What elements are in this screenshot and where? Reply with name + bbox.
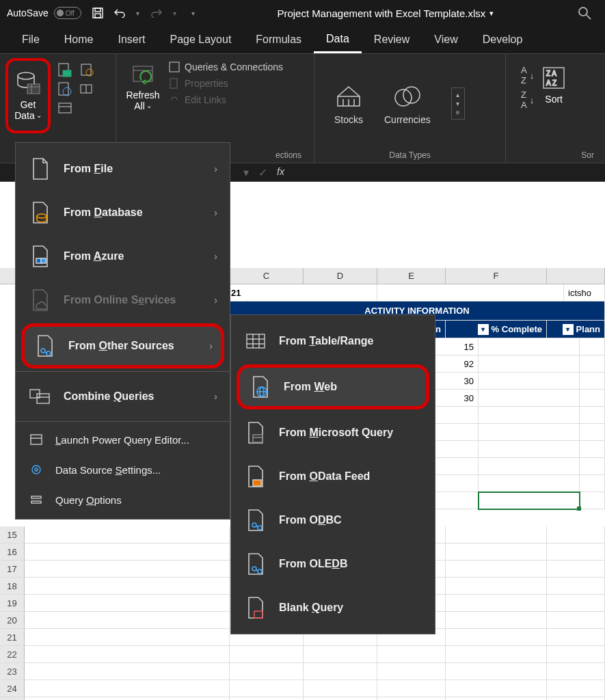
menu-launch-power-query[interactable]: Launch Power Query Editor... [16,425,230,455]
svg-text:A Z: A Z [546,79,556,87]
database-file-icon [28,200,53,225]
submenu-from-microsoft-query[interactable]: From Microsoft Query [231,411,435,455]
queries-connections-button[interactable]: Queries & Connections [168,61,283,73]
properties-button: Properties [168,77,283,90]
svg-rect-45 [31,496,41,498]
currencies-datatype[interactable]: Currencies [384,83,431,125]
row-header[interactable]: 23 [0,663,25,680]
col-header-f[interactable]: F [446,268,547,284]
save-icon[interactable] [91,6,105,20]
cancel-formula-icon[interactable]: ▾ [243,166,249,179]
power-query-icon [28,431,44,448]
odbc-icon [243,508,268,533]
document-title[interactable]: Project Management with Excel Template.x… [210,8,561,19]
chevron-right-icon: › [214,391,217,402]
menu-from-online-services: From Online Services › [16,278,230,322]
recent-sources-icon[interactable] [79,62,94,77]
refresh-all-button[interactable]: RefreshAll⌄ [122,58,164,149]
row-header[interactable]: 16 [0,543,25,561]
menu-from-file[interactable]: From File › [16,147,230,191]
sort-desc-button[interactable]: ZA↓ [521,90,534,110]
sort-asc-button[interactable]: AZ↓ [521,65,534,85]
chevron-down-icon: ⌄ [146,102,152,110]
fx-icon[interactable]: fx [277,166,284,179]
row-header[interactable]: 24 [0,680,25,697]
datatype-gallery-nav[interactable]: ▴▾≡ [451,88,465,120]
col-header-e[interactable]: E [377,268,446,284]
redo-dropdown-icon[interactable]: ▾ [172,6,178,20]
col-plann[interactable]: ▾Plann [547,321,605,338]
row-header[interactable]: 20 [0,612,25,629]
quick-access-toolbar: ▾ ▾ ▾ [91,6,200,20]
menu-combine-queries[interactable]: Combine Queries › [16,375,230,418]
svg-point-5 [18,72,34,79]
qat-customize-icon[interactable]: ▾ [187,6,200,20]
table-range-icon [243,329,268,353]
submenu-blank-query[interactable]: Blank Query [231,586,435,630]
from-web-icon[interactable] [57,81,72,96]
tab-formulas[interactable]: Formulas [243,26,314,53]
tab-developer[interactable]: Develop [470,26,535,53]
submenu-from-odata[interactable]: From OData Feed [231,455,435,498]
from-table-icon[interactable] [57,100,72,116]
get-data-button[interactable]: GetData⌄ [5,58,51,133]
row-header[interactable]: 19 [0,595,25,612]
enter-formula-icon[interactable]: ✓ [258,166,267,179]
properties-icon [168,77,180,90]
svg-line-60 [256,526,258,527]
menu-from-azure[interactable]: From Azure › [16,234,230,278]
row-header[interactable]: 18 [0,578,25,595]
file-icon [28,157,53,181]
redo-icon[interactable] [150,6,163,20]
sort-asc-icon: AZ [521,65,527,85]
filter-dropdown-icon[interactable]: ▾ [563,324,574,335]
row-header[interactable]: 17 [0,561,25,578]
menu-data-source-settings[interactable]: Data Source Settings... [16,455,230,485]
svg-point-12 [63,88,71,96]
sort-button[interactable]: Z AA Z Sort [541,65,567,105]
col-header-d[interactable]: D [304,268,377,284]
row-header[interactable]: 15 [0,526,25,543]
tab-view[interactable]: View [422,26,470,53]
tab-page-layout[interactable]: Page Layout [157,26,243,53]
menu-query-options[interactable]: Query Options [16,485,230,515]
from-other-sources-submenu: From Table/Range From Web From Microsoft… [230,314,435,634]
sort-icon: Z AA Z [541,65,567,91]
row-header[interactable]: 22 [0,646,25,663]
svg-line-37 [44,352,47,353]
tab-data[interactable]: Data [314,26,362,53]
col-header-c[interactable]: C [230,268,304,284]
svg-rect-41 [31,435,42,444]
svg-rect-19 [133,66,152,81]
col-pct[interactable]: ▾% Complete [446,321,547,338]
cell-value[interactable]: 21 [230,284,377,301]
submenu-from-odbc[interactable]: From ODBC [231,498,435,542]
submenu-from-web[interactable]: From Web [237,364,429,409]
tab-file[interactable]: File [10,26,52,53]
search-button[interactable] [571,5,598,21]
row-header[interactable]: 25 [0,697,25,700]
azure-icon [28,244,53,269]
queries-icon [168,61,180,73]
autosave-toggle[interactable]: AutoSave Off [7,7,81,19]
menu-from-other-sources[interactable]: From Other Sources › [21,323,224,368]
title-dropdown-icon: ▾ [489,9,494,18]
active-cell[interactable] [479,492,580,509]
from-text-csv-icon[interactable] [57,62,72,77]
submenu-from-oledb[interactable]: From OLEDB [231,542,435,586]
existing-connections-icon[interactable] [79,81,94,96]
cell-right[interactable]: ictsho [564,284,605,301]
row-header[interactable]: 21 [0,629,25,646]
tab-review[interactable]: Review [362,26,422,53]
tab-insert[interactable]: Insert [105,26,157,53]
svg-rect-1 [95,8,100,12]
menu-from-database[interactable]: From Database › [16,191,230,234]
submenu-from-table-range[interactable]: From Table/Range [231,319,435,363]
filter-dropdown-icon[interactable]: ▾ [478,324,489,335]
undo-dropdown-icon[interactable]: ▾ [135,6,142,20]
stocks-datatype[interactable]: Stocks [334,83,364,125]
formula-input[interactable] [295,163,605,181]
svg-rect-2 [95,14,100,18]
undo-icon[interactable] [113,6,126,20]
tab-home[interactable]: Home [52,26,106,53]
